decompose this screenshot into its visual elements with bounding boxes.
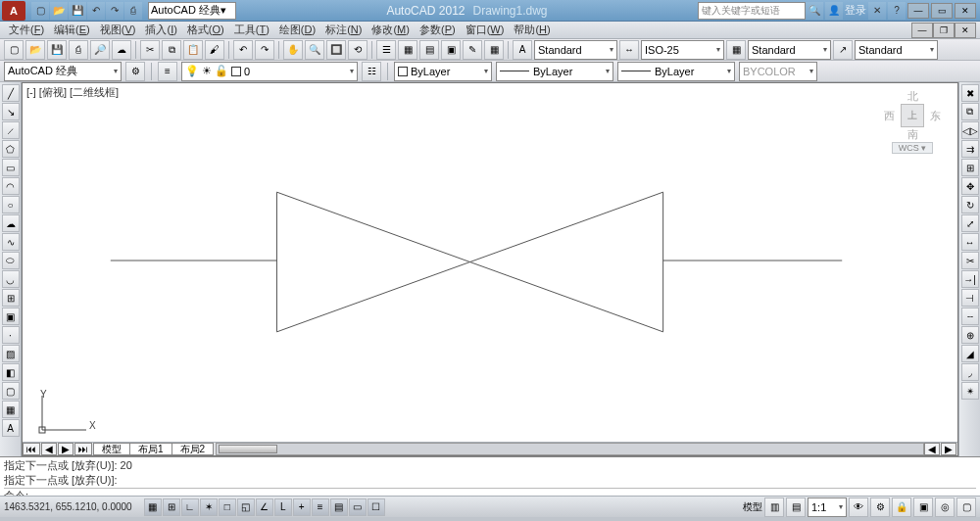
menu-parametric[interactable]: 参数(P) xyxy=(415,23,461,37)
qat-redo-icon[interactable]: ↷ xyxy=(106,2,123,20)
hardware-accel-icon[interactable]: ▣ xyxy=(913,497,933,517)
sc-toggle[interactable]: ☐ xyxy=(368,498,385,516)
lineweight-dropdown[interactable]: ByLayer▾ xyxy=(617,62,735,81)
linetype-dropdown[interactable]: ByLayer▾ xyxy=(496,62,613,81)
tpy-toggle[interactable]: ▤ xyxy=(330,498,348,516)
textstyle-dropdown[interactable]: Standard▾ xyxy=(534,40,617,60)
wcs-dropdown[interactable]: WCS ▾ xyxy=(892,142,934,154)
menu-tools[interactable]: 工具(T) xyxy=(229,23,274,37)
erase-icon[interactable]: ✖ xyxy=(961,84,979,102)
dimstyle-icon[interactable]: ↔ xyxy=(619,40,639,60)
annotation-scale-dropdown[interactable]: 1:1▾ xyxy=(808,497,847,517)
clean-screen-icon[interactable]: ▢ xyxy=(956,497,976,517)
polyline-icon[interactable]: ⟋ xyxy=(2,121,20,139)
dyn-toggle[interactable]: + xyxy=(293,498,311,516)
tab-next-icon[interactable]: ▶ xyxy=(58,443,74,455)
polar-toggle[interactable]: ✶ xyxy=(200,498,218,516)
ducs-toggle[interactable]: L xyxy=(274,498,292,516)
lwt-toggle[interactable]: ≡ xyxy=(312,498,329,516)
workspace-settings-icon[interactable]: ⚙ xyxy=(125,62,145,81)
tablestyle-dropdown[interactable]: Standard▾ xyxy=(748,40,831,60)
color-dropdown[interactable]: ByLayer▾ xyxy=(394,62,492,81)
preview-icon[interactable]: 🔎 xyxy=(90,40,110,60)
revcloud-icon[interactable]: ☁ xyxy=(2,214,20,232)
scale-icon[interactable]: ⤢ xyxy=(961,214,979,232)
modelspace-label[interactable]: 模型 xyxy=(743,500,762,514)
scroll-right-icon[interactable]: ▶ xyxy=(941,443,956,455)
menu-window[interactable]: 窗口(W) xyxy=(461,23,510,37)
doc-minimize-button[interactable]: — xyxy=(911,23,933,38)
snap-toggle[interactable]: ▦ xyxy=(144,498,162,516)
point-icon[interactable]: · xyxy=(2,326,20,344)
make-block-icon[interactable]: ▣ xyxy=(2,308,20,325)
sheetset-icon[interactable]: ▣ xyxy=(441,40,461,60)
extend-icon[interactable]: →| xyxy=(961,270,979,288)
menu-format[interactable]: 格式(O) xyxy=(182,23,229,37)
tablestyle-icon[interactable]: ▦ xyxy=(726,40,746,60)
menu-file[interactable]: 文件(F) xyxy=(4,23,49,37)
exchange-icon[interactable]: ✕ xyxy=(868,2,886,20)
array-icon[interactable]: ⊞ xyxy=(961,159,979,176)
rectangle-icon[interactable]: ▭ xyxy=(2,159,20,176)
move-icon[interactable]: ✥ xyxy=(961,177,979,195)
osnap-toggle[interactable]: □ xyxy=(219,498,236,516)
grid-toggle[interactable]: ⊞ xyxy=(163,498,180,516)
qat-save-icon[interactable]: 💾 xyxy=(69,2,86,20)
xline-icon[interactable]: ↘ xyxy=(2,103,20,120)
qat-print-icon[interactable]: ⎙ xyxy=(124,2,142,20)
lock-ui-icon[interactable]: 🔒 xyxy=(892,497,911,517)
help-icon[interactable]: ? xyxy=(888,2,906,20)
maximize-button[interactable]: ▭ xyxy=(931,3,953,19)
menu-edit[interactable]: 编辑(E) xyxy=(49,23,95,37)
copy-icon[interactable]: ⧉ xyxy=(162,40,181,60)
explode-icon[interactable]: ✴ xyxy=(961,382,979,400)
menu-help[interactable]: 帮助(H) xyxy=(509,23,555,37)
coordinates-display[interactable]: 1463.5321, 655.1210, 0.0000 xyxy=(4,501,132,512)
minimize-button[interactable]: — xyxy=(907,3,929,19)
osnap3d-toggle[interactable]: ◱ xyxy=(237,498,255,516)
quickview-drawings-icon[interactable]: ▤ xyxy=(786,497,806,517)
title-workspace-dropdown[interactable]: AutoCAD 经典 ▾ xyxy=(148,2,236,20)
layer-props-icon[interactable]: ≡ xyxy=(158,62,177,81)
rotate-icon[interactable]: ↻ xyxy=(961,196,979,213)
mirror-icon[interactable]: ◁▷ xyxy=(961,121,979,139)
match-props-icon[interactable]: 🖌 xyxy=(205,40,224,60)
signin-button[interactable]: 👤 xyxy=(825,2,843,20)
close-button[interactable]: ✕ xyxy=(955,3,976,19)
mleaderstyle-dropdown[interactable]: Standard▾ xyxy=(855,40,938,60)
insert-block-icon[interactable]: ⊞ xyxy=(2,289,20,307)
join-icon[interactable]: ⊕ xyxy=(961,326,979,344)
tab-last-icon[interactable]: ⏭ xyxy=(74,443,92,455)
menu-insert[interactable]: 插入(I) xyxy=(140,23,181,37)
qat-undo-icon[interactable]: ↶ xyxy=(87,2,105,20)
qat-new-icon[interactable]: ▢ xyxy=(31,2,49,20)
hatch-icon[interactable]: ▨ xyxy=(2,345,20,362)
polygon-icon[interactable]: ⬠ xyxy=(2,140,20,158)
tab-first-icon[interactable]: ⏮ xyxy=(23,443,40,455)
menu-view[interactable]: 视图(V) xyxy=(95,23,141,37)
viewcube[interactable]: 北 西 上 东 南 WCS ▾ xyxy=(873,89,952,177)
break-at-icon[interactable]: ⊣ xyxy=(961,289,979,307)
design-center-icon[interactable]: ▦ xyxy=(398,40,417,60)
vc-west[interactable]: 西 xyxy=(884,109,895,123)
ellipse-arc-icon[interactable]: ◡ xyxy=(2,270,20,288)
zoom-prev-icon[interactable]: ⟲ xyxy=(348,40,368,60)
cut-icon[interactable]: ✂ xyxy=(140,40,160,60)
otrack-toggle[interactable]: ∠ xyxy=(256,498,273,516)
properties-icon[interactable]: ☰ xyxy=(376,40,396,60)
scroll-left-icon[interactable]: ◀ xyxy=(924,443,940,455)
break-icon[interactable]: ╌ xyxy=(961,308,979,325)
region-icon[interactable]: ▢ xyxy=(2,382,20,400)
circle-icon[interactable]: ○ xyxy=(2,196,20,213)
quickcalc-icon[interactable]: ▦ xyxy=(484,40,504,60)
qp-toggle[interactable]: ▭ xyxy=(349,498,367,516)
mleaderstyle-icon[interactable]: ↗ xyxy=(833,40,853,60)
zoom-window-icon[interactable]: 🔲 xyxy=(326,40,346,60)
fillet-icon[interactable]: ◞ xyxy=(961,363,979,381)
tool-palette-icon[interactable]: ▤ xyxy=(419,40,439,60)
trim-icon[interactable]: ✂ xyxy=(961,252,979,269)
paste-icon[interactable]: 📋 xyxy=(183,40,203,60)
publish-icon[interactable]: ☁ xyxy=(112,40,131,60)
drawing-canvas[interactable]: [-] [俯视] [二维线框] 北 西 上 东 南 WCS ▾ xyxy=(22,82,958,456)
doc-close-button[interactable]: ✕ xyxy=(955,23,976,38)
